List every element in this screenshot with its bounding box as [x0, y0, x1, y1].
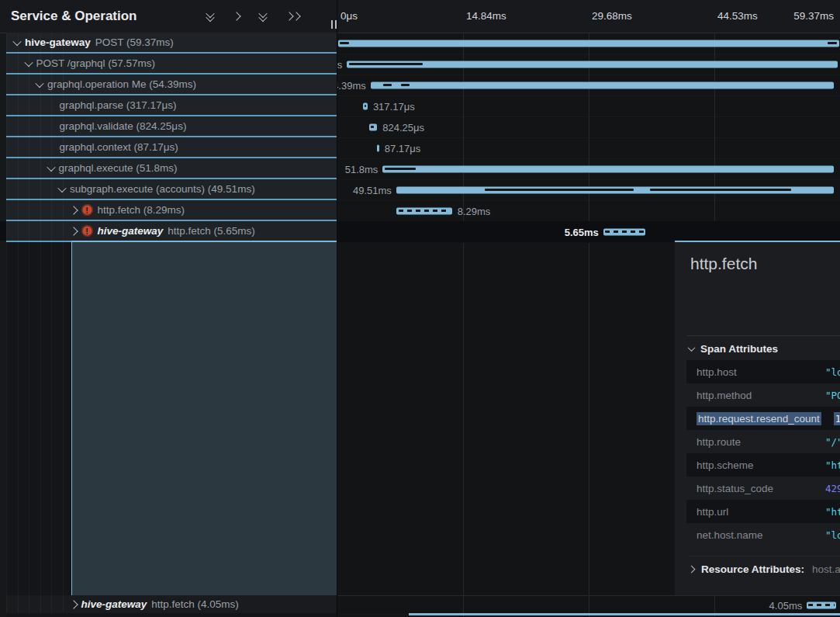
- attribute-key: http.scheme: [697, 459, 825, 471]
- expand-one-icon[interactable]: [232, 12, 241, 21]
- tree-row[interactable]: graphql.operation Me (54.39ms): [6, 75, 337, 95]
- attribute-value: "http://localhost:4011/": [825, 506, 840, 518]
- operation-label: subgraph.execute (accounts) (49.51ms): [70, 183, 255, 195]
- operation-label: graphql.context (87.17μs): [60, 141, 178, 153]
- indent-guide: [6, 33, 7, 613]
- duration-label: 8.29ms: [458, 205, 491, 217]
- timeline-row[interactable]: 8.29ms: [337, 200, 840, 222]
- attribute-key: http.url: [697, 506, 825, 518]
- duration-label: 87.17μs: [385, 142, 421, 154]
- span-bar[interactable]: [369, 123, 377, 130]
- timeline-row[interactable]: 87.17μs: [337, 137, 840, 159]
- tree-row[interactable]: !http.fetch (8.29ms): [6, 200, 337, 221]
- tree-row[interactable]: POST /graphql (57.57ms): [6, 54, 337, 75]
- attribute-row[interactable]: net.host.name"localhost": [686, 523, 840, 546]
- attribute-value: "http:": [825, 459, 840, 471]
- child-span-marker: [808, 604, 834, 606]
- trace-viewer: 57.57ms54.39ms317.17μs824.25μs87.17μs51.…: [0, 0, 840, 617]
- child-span-marker: [365, 105, 367, 107]
- span-bar[interactable]: [603, 228, 645, 235]
- attribute-value: "POST": [825, 390, 840, 401]
- tree-row[interactable]: graphql.context (87.17μs): [6, 137, 337, 158]
- resource-attributes-title: Resource Attributes:: [701, 563, 804, 575]
- child-span-marker: [401, 84, 410, 86]
- resource-attribute: host.arch=arm64: [812, 563, 840, 575]
- attribute-row[interactable]: http.method"POST": [686, 383, 840, 407]
- operation-label: http.fetch (8.29ms): [98, 204, 185, 216]
- timeline-row[interactable]: 51.8ms: [337, 158, 840, 180]
- duration-label: 54.39ms: [337, 79, 366, 91]
- collapse-one-icon[interactable]: [206, 10, 215, 23]
- attribute-row[interactable]: http.url"http://localhost:4011/": [686, 500, 840, 523]
- span-bar[interactable]: [396, 186, 834, 193]
- resize-grip[interactable]: [331, 20, 337, 29]
- chevron-right-icon[interactable]: [69, 206, 78, 214]
- tree-row[interactable]: graphql.execute (51.8ms): [6, 158, 337, 179]
- timeline-panel: 57.57ms54.39ms317.17μs824.25μs87.17μs51.…: [337, 0, 840, 617]
- child-span-marker: [349, 63, 423, 65]
- operation-label: http.fetch (4.05ms): [151, 598, 239, 610]
- timeline-row[interactable]: 4.05ms: [337, 595, 840, 615]
- selected-row-gutter-marker: [0, 221, 6, 241]
- chevron-right-icon: [689, 565, 695, 573]
- tree-row[interactable]: subgraph.execute (accounts) (49.51ms): [6, 179, 337, 200]
- span-attributes-header[interactable]: Span Attributes: [689, 343, 778, 355]
- indent-guide: [29, 33, 29, 613]
- left-gutter: [0, 33, 6, 617]
- attribute-key: http.route: [697, 436, 825, 448]
- duration-label: 51.8ms: [345, 163, 379, 175]
- timeline-row[interactable]: 49.51ms: [337, 179, 840, 201]
- child-span-marker: [605, 231, 644, 233]
- selected-span-expanded-area: [71, 241, 337, 595]
- panel-divider[interactable]: [337, 0, 337, 617]
- chevron-down-icon: [688, 344, 696, 352]
- attribute-row[interactable]: http.scheme"http:": [686, 453, 840, 477]
- child-span-marker: [385, 168, 417, 170]
- span-bar[interactable]: [371, 81, 834, 88]
- operation-label: graphql.validate (824.25μs): [60, 120, 187, 132]
- timeline-row[interactable]: 57.57ms: [337, 54, 840, 75]
- ruler-tick: 59.37ms: [793, 10, 834, 22]
- span-attributes-table: http.host"localhost:4011"http.method"POS…: [686, 360, 840, 546]
- timeline-row[interactable]: 5.65ms: [337, 221, 840, 243]
- tree-row[interactable]: graphql.validate (824.25μs): [6, 116, 337, 137]
- tree-header: Service & Operation: [0, 0, 337, 33]
- service-name: hive-gateway: [98, 225, 164, 237]
- timeline-row[interactable]: [337, 33, 840, 54]
- indent-guide: [51, 33, 52, 613]
- duration-label: 4.05ms: [769, 599, 803, 611]
- expand-all-icon[interactable]: [285, 12, 301, 21]
- tree-row[interactable]: hive-gatewayhttp.fetch (4.05ms): [6, 595, 337, 613]
- span-bar[interactable]: [338, 40, 838, 47]
- tree-row[interactable]: !hive-gatewayhttp.fetch (5.65ms): [6, 221, 337, 242]
- operation-label: http.fetch (5.65ms): [168, 225, 255, 237]
- attribute-row[interactable]: http.status_code429: [686, 477, 840, 500]
- error-icon: !: [81, 225, 93, 237]
- attribute-value: 1: [834, 413, 840, 425]
- tree-row[interactable]: graphql.parse (317.17μs): [6, 95, 337, 116]
- tree-row[interactable]: hive-gatewayPOST (59.37ms): [6, 33, 337, 54]
- duration-label: 49.51ms: [353, 184, 392, 196]
- attribute-value: "localhost": [825, 529, 840, 541]
- timeline-row[interactable]: 54.39ms: [337, 75, 840, 96]
- attribute-row[interactable]: http.route"/": [686, 430, 840, 453]
- attribute-key: http.method: [697, 390, 825, 401]
- collapse-all-icon[interactable]: [258, 10, 268, 23]
- chevron-right-icon[interactable]: [69, 227, 78, 235]
- timeline-row[interactable]: 317.17μs: [337, 95, 840, 117]
- attribute-row[interactable]: http.request.resend_count1: [686, 407, 840, 430]
- timeline-row[interactable]: 824.25μs: [337, 116, 840, 138]
- attribute-key: http.status_code: [697, 483, 825, 494]
- span-bar[interactable]: [807, 601, 836, 608]
- ruler-tick: 0μs: [340, 10, 358, 22]
- span-bar[interactable]: [377, 144, 379, 151]
- span-bar[interactable]: [396, 207, 452, 214]
- resource-attributes-row[interactable]: Resource Attributes: host.arch=arm64host…: [689, 556, 840, 581]
- attribute-row[interactable]: http.host"localhost:4011": [686, 360, 840, 383]
- span-bar[interactable]: [382, 165, 834, 172]
- error-icon: !: [81, 204, 93, 216]
- tree-header-icons: [206, 10, 301, 23]
- span-bar[interactable]: [347, 61, 837, 68]
- chevron-right-icon[interactable]: [69, 600, 78, 608]
- span-bar[interactable]: [363, 102, 368, 109]
